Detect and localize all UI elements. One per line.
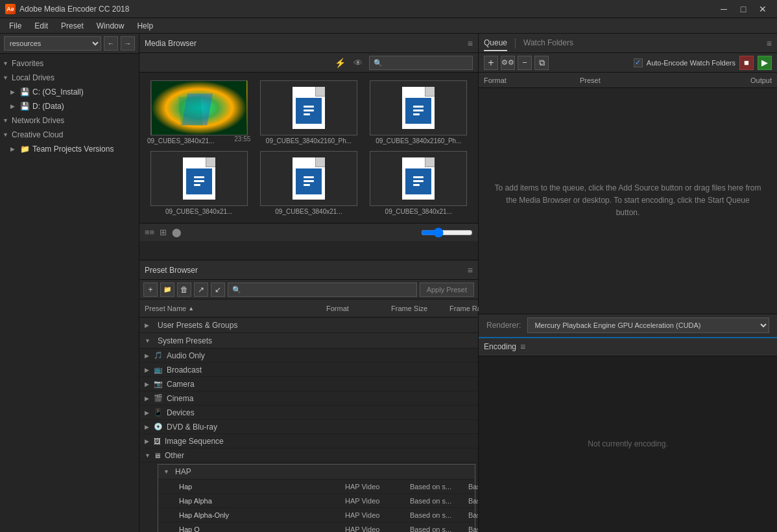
dvd-bluray-row[interactable]: ▶ 💿 DVD & Blu-ray — [139, 420, 478, 434]
auto-encode-checkbox[interactable]: ✓ — [634, 58, 643, 67]
remove-item-button[interactable]: − — [518, 56, 532, 70]
media-item-1[interactable]: 09_CUBES_3840x21... 23:55 — [145, 78, 253, 147]
list-view-button[interactable]: ≡≡ — [145, 227, 154, 237]
apply-preset-button[interactable]: Apply Preset — [420, 283, 474, 297]
nav-forward-button[interactable]: → — [121, 36, 135, 51]
maximize-button[interactable]: □ — [734, 3, 752, 16]
other-row[interactable]: ▼ 🖥 Other — [139, 448, 478, 463]
user-presets-group[interactable]: ▶ User Presets & Groups — [139, 318, 478, 333]
menu-window[interactable]: Window — [90, 20, 131, 32]
broadcast-chevron: ▶ — [145, 367, 154, 373]
media-search-input[interactable] — [369, 56, 473, 70]
media-grid: 09_CUBES_3840x21... 23:55 — [139, 73, 478, 223]
creative-cloud-section[interactable]: ▼ Creative Cloud — [0, 128, 139, 142]
close-button[interactable]: ✕ — [754, 3, 772, 16]
team-projects-item[interactable]: ▶ 📁 Team Projects Versions — [0, 142, 139, 156]
image-sequence-chevron: ▶ — [145, 438, 154, 445]
devices-label: Devices — [167, 408, 195, 417]
media-item-2[interactable]: 09_CUBES_3840x2160_Ph... — [254, 78, 363, 147]
media-thumb-6 — [370, 151, 467, 206]
cinema-chevron: ▶ — [145, 395, 154, 402]
hap-box: ▼ HAP Hap HAP Video Based on s... Based … — [158, 464, 475, 532]
dvd-label: DVD & Blu-ray — [167, 422, 217, 432]
tab-watch-folders[interactable]: Watch Folders — [523, 36, 573, 51]
encoding-menu-icon[interactable]: ≡ — [520, 341, 525, 352]
menu-file[interactable]: File — [3, 20, 28, 32]
menu-help[interactable]: Help — [130, 20, 160, 32]
network-drives-section[interactable]: ▼ Network Drives — [0, 113, 139, 128]
hap-preset-hap-alpha[interactable]: Hap Alpha HAP Video Based on s... Based … — [158, 493, 475, 507]
grid-view-button[interactable]: ⊞ — [160, 227, 167, 237]
title-bar-left: Ae Adobe Media Encoder CC 2018 — [5, 4, 129, 14]
menu-preset[interactable]: Preset — [54, 20, 90, 32]
file-badge-3 — [405, 98, 431, 124]
new-group-button[interactable]: 📁 — [160, 283, 174, 297]
media-name-5: 09_CUBES_3840x21... — [275, 208, 342, 215]
image-sequence-row[interactable]: ▶ 🖼 Image Sequence — [139, 434, 478, 448]
file-tree: ▼ Favorites ▼ Local Drives ▶ 💾 C: (OS_In… — [0, 54, 139, 532]
system-presets-group[interactable]: ▼ System Presets — [139, 333, 478, 349]
import-preset-button[interactable]: ↙ — [211, 283, 225, 297]
d-drive-item[interactable]: ▶ 💾 D: (Data) — [0, 99, 139, 113]
zoom-slider[interactable] — [421, 227, 473, 238]
hap-framesize-3: Based on s... — [410, 526, 468, 533]
view-options-icon[interactable]: 👁 — [351, 56, 365, 70]
media-name-4: 09_CUBES_3840x21... — [165, 208, 232, 215]
media-item-3[interactable]: 09_CUBES_3840x2160_Ph... — [365, 78, 473, 147]
delete-preset-button[interactable]: 🗑 — [177, 283, 191, 297]
tab-queue[interactable]: Queue — [484, 36, 507, 51]
preset-search-input[interactable] — [228, 283, 417, 297]
hap-preset-hap-q[interactable]: Hap Q HAP Video Based on s... Based on s… — [158, 522, 475, 532]
creative-cloud-chevron: ▼ — [3, 132, 12, 138]
media-item-5[interactable]: 09_CUBES_3840x21... — [254, 148, 363, 218]
title-bar: Ae Adobe Media Encoder CC 2018 ─ □ ✕ — [0, 0, 777, 18]
media-content-area: ⚡ 👁 — [139, 53, 478, 260]
file-badge-2 — [296, 98, 322, 124]
svg-rect-21 — [413, 180, 424, 182]
c-drive-item[interactable]: ▶ 💾 C: (OS_Install) — [0, 85, 139, 99]
svg-rect-14 — [194, 184, 200, 186]
stop-queue-button[interactable]: ■ — [739, 56, 754, 70]
hap-preset-hap-alpha-only[interactable]: Hap Alpha-Only HAP Video Based on s... B… — [158, 507, 475, 522]
add-source-button[interactable]: + — [484, 56, 498, 70]
camera-row[interactable]: ▶ 📷 Camera — [139, 377, 478, 391]
hap-header[interactable]: ▼ HAP — [158, 465, 475, 479]
cinema-row[interactable]: ▶ 🎬 Cinema — [139, 391, 478, 406]
filter-icon[interactable]: ⚡ — [333, 56, 347, 70]
media-browser-panel-header: Media Browser ≡ — [139, 34, 478, 53]
broadcast-row[interactable]: ▶ 📺 Broadcast — [139, 363, 478, 377]
media-item-6[interactable]: 09_CUBES_3840x21... — [365, 148, 473, 218]
devices-row[interactable]: ▶ 📱 Devices — [139, 406, 478, 420]
svg-rect-6 — [304, 113, 310, 115]
favorites-chevron: ▼ — [3, 60, 12, 67]
media-thumb-3 — [370, 80, 467, 135]
menu-edit[interactable]: Edit — [28, 20, 54, 32]
audio-only-row[interactable]: ▶ 🎵 Audio Only — [139, 349, 478, 363]
favorites-section[interactable]: ▼ Favorites — [0, 56, 139, 71]
file-badge-4 — [186, 168, 212, 194]
export-preset-button[interactable]: ↗ — [194, 283, 208, 297]
file-icon-5 — [293, 157, 325, 200]
file-preview-2 — [261, 81, 357, 135]
preset-browser-panel-header: Preset Browser ≡ — [139, 260, 478, 280]
c-drive-label: C: (OS_Install) — [32, 87, 84, 97]
duplicate-button[interactable]: ⧉ — [534, 56, 549, 70]
preset-browser-menu-icon[interactable]: ≡ — [468, 265, 473, 275]
path-selector[interactable]: resources — [4, 36, 101, 51]
media-browser-menu-icon[interactable]: ≡ — [468, 38, 473, 49]
nav-back-button[interactable]: ← — [104, 36, 118, 51]
start-queue-button[interactable]: ▶ — [758, 56, 772, 70]
queue-tools-right: ✓ Auto-Encode Watch Folders ■ ▶ — [634, 56, 772, 70]
media-item-4[interactable]: 09_CUBES_3840x21... — [145, 148, 253, 218]
queue-settings-button[interactable]: ⚙⚙ — [501, 56, 515, 70]
hap-format-2: HAP Video — [345, 511, 410, 519]
minimize-button[interactable]: ─ — [715, 3, 733, 16]
renderer-select[interactable]: Mercury Playback Engine GPU Acceleration… — [527, 318, 769, 333]
broadcast-label: Broadcast — [167, 365, 202, 375]
hap-preset-hap[interactable]: Hap HAP Video Based on s... Based on s..… — [158, 479, 475, 493]
local-drives-section[interactable]: ▼ Local Drives — [0, 71, 139, 85]
system-presets-label: System Presets — [158, 336, 212, 345]
dots-view-button[interactable]: ⬤ — [172, 227, 182, 237]
new-preset-button[interactable]: + — [143, 283, 158, 297]
queue-menu-icon[interactable]: ≡ — [767, 38, 772, 49]
